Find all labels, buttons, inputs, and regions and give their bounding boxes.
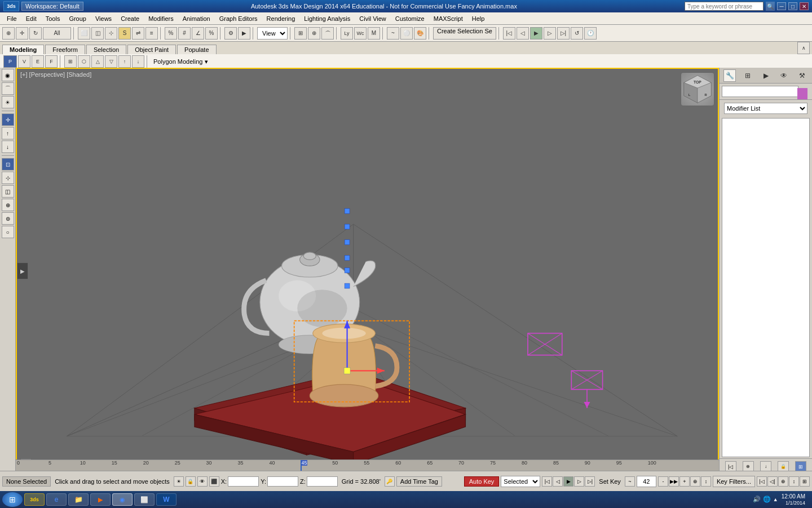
- percent-btn[interactable]: %: [165, 27, 177, 40]
- angle-snap-btn[interactable]: ∠: [192, 27, 204, 40]
- menu-maxscript[interactable]: MAXScript: [429, 14, 467, 23]
- taskbar-chrome[interactable]: ◉: [112, 493, 133, 506]
- anim-btn-3[interactable]: ⊕: [778, 476, 788, 487]
- lt-tool-4[interactable]: ⊕: [2, 199, 14, 211]
- lt-tool-5[interactable]: ⊚: [2, 212, 14, 225]
- maximize-button[interactable]: □: [788, 2, 797, 10]
- move-tool-btn[interactable]: ✛: [16, 27, 28, 40]
- taskbar-word[interactable]: W: [156, 493, 176, 506]
- tab-selection[interactable]: Selection: [86, 45, 126, 54]
- modifier-search-btn[interactable]: [797, 88, 807, 99]
- anim-btn-5[interactable]: ⊞: [800, 476, 810, 487]
- tab-object-paint[interactable]: Object Paint: [127, 45, 176, 54]
- num-snap-btn[interactable]: #: [178, 27, 191, 40]
- object-prop-btn[interactable]: ⬛: [209, 476, 219, 487]
- y-input[interactable]: [267, 476, 298, 487]
- last-frame-btn[interactable]: ▷|: [557, 27, 570, 40]
- lt-tool-2[interactable]: ⊹: [2, 172, 14, 184]
- snap-toggle-btn[interactable]: S: [118, 27, 131, 40]
- create-selection-btn[interactable]: Create Selection Se: [433, 27, 496, 40]
- menu-tools[interactable]: Tools: [41, 14, 65, 23]
- lt-arrow-up[interactable]: ↑: [2, 127, 14, 139]
- menu-graph-editors[interactable]: Graph Editors: [215, 14, 262, 23]
- mirror-btn[interactable]: ⇌: [132, 27, 144, 40]
- schematic-btn[interactable]: ⚪: [400, 27, 413, 40]
- viewport-play-btn[interactable]: ▶: [17, 262, 28, 279]
- selected-dropdown[interactable]: Selected: [501, 476, 540, 487]
- menu-animation[interactable]: Animation: [178, 14, 215, 23]
- lt-select-btn[interactable]: ⊡: [2, 158, 14, 170]
- tab-modeling[interactable]: Modeling: [2, 45, 44, 54]
- polygon-mode-btn[interactable]: P: [3, 55, 17, 68]
- rp-tab-display[interactable]: 👁: [778, 69, 790, 82]
- graph-editor-btn[interactable]: ~: [387, 27, 399, 40]
- lights-icon-btn[interactable]: ☀: [174, 476, 184, 487]
- key-icon-btn[interactable]: 🔑: [385, 476, 395, 487]
- layer-btn[interactable]: Ly: [341, 27, 353, 40]
- rp-tab-modify[interactable]: 🔧: [723, 69, 736, 82]
- menu-customize[interactable]: Customize: [391, 14, 429, 23]
- align-btn[interactable]: ≡: [145, 27, 158, 40]
- pb-play-btn[interactable]: ▶: [563, 476, 573, 487]
- pb-first-btn[interactable]: |◁: [542, 476, 552, 487]
- tray-icon-3[interactable]: ▲: [773, 497, 778, 502]
- pb-move-btn[interactable]: ↕: [701, 476, 711, 487]
- key-filters-btn[interactable]: Key Filters...: [713, 476, 755, 487]
- timeline-track[interactable]: 0 5 10 15 20 25 30 35 40 45 50 55 60 65 …: [16, 459, 719, 471]
- start-button[interactable]: ⊞: [2, 492, 23, 507]
- auto-key-btn[interactable]: Auto Key: [464, 476, 500, 487]
- pb-extra-btn[interactable]: ⊕: [690, 476, 700, 487]
- viewport-nav[interactable]: TOP L R: [681, 72, 714, 106]
- rotate-tool-btn[interactable]: ↻: [29, 27, 42, 40]
- lock-icon-btn[interactable]: 🔒: [186, 476, 196, 487]
- menu-edit[interactable]: Edit: [21, 14, 41, 23]
- pb-minus-btn[interactable]: -: [658, 476, 668, 487]
- ribbon-arrow-down[interactable]: ↓: [132, 55, 144, 68]
- menu-civil-view[interactable]: Civil View: [355, 14, 390, 23]
- next-frame-btn[interactable]: ▷: [544, 27, 556, 40]
- rp-tab-motion[interactable]: ▶: [760, 69, 772, 82]
- view-dropdown[interactable]: View: [257, 27, 288, 40]
- tab-freeform[interactable]: Freeform: [45, 45, 85, 54]
- taskbar-explorer[interactable]: 📁: [68, 493, 89, 506]
- x-input[interactable]: [228, 476, 259, 487]
- modifier-search-input[interactable]: [722, 86, 798, 97]
- tab-populate[interactable]: Populate: [177, 45, 216, 54]
- pb-next-btn[interactable]: ▷: [574, 476, 584, 487]
- face-mode-btn[interactable]: F: [45, 55, 58, 68]
- create-geometry-btn[interactable]: ◉: [2, 69, 14, 81]
- taskbar-media[interactable]: ▶: [90, 493, 111, 506]
- ribbon-tool-1[interactable]: ⊞: [64, 55, 77, 68]
- menu-views[interactable]: Views: [91, 14, 116, 23]
- material-btn[interactable]: M: [368, 27, 380, 40]
- lt-tool-3[interactable]: ◫: [2, 185, 14, 198]
- transform-gizmo-btn[interactable]: ⊞: [294, 27, 307, 40]
- menu-rendering[interactable]: Rendering: [262, 14, 300, 23]
- ribbon-collapse-btn[interactable]: ∧: [797, 42, 810, 54]
- z-input[interactable]: [307, 476, 338, 487]
- color-clipboard-btn[interactable]: 🎨: [414, 27, 426, 40]
- pb-speed-btn[interactable]: ▶▶: [669, 476, 679, 487]
- pb-prev-btn[interactable]: ◁: [553, 476, 563, 487]
- window-cross-btn[interactable]: ◫: [91, 27, 104, 40]
- vertex-mode-btn[interactable]: V: [18, 55, 30, 68]
- viewport[interactable]: [+] [Perspective] [Shaded] TOP L R: [16, 68, 719, 474]
- title-search-input[interactable]: [685, 2, 764, 11]
- key-curve-btn[interactable]: ~: [625, 476, 635, 487]
- rp-tab-utilities[interactable]: ⚒: [796, 69, 808, 82]
- menu-modifiers[interactable]: Modifiers: [144, 14, 178, 23]
- anim-btn-2[interactable]: ◁|: [767, 476, 778, 487]
- menu-lighting-analysis[interactable]: Lighting Analysis: [299, 14, 355, 23]
- add-time-tag-btn[interactable]: Add Time Tag: [396, 476, 442, 487]
- select-move-btn[interactable]: ⊹: [105, 27, 117, 40]
- ribbon-tool-3[interactable]: △: [91, 55, 104, 68]
- lt-tool-6[interactable]: ○: [2, 226, 14, 238]
- menu-file[interactable]: File: [2, 14, 21, 23]
- taskbar-ie[interactable]: e: [46, 493, 67, 506]
- pb-last-btn[interactable]: ▷|: [585, 476, 595, 487]
- rp-tab-hierarchy[interactable]: ⊞: [742, 69, 754, 82]
- minimize-button[interactable]: ─: [777, 2, 786, 10]
- play-stop-btn[interactable]: ▶: [530, 27, 542, 40]
- select-tool-btn[interactable]: ⊕: [2, 27, 15, 40]
- anim-btn-4[interactable]: ↕: [789, 476, 799, 487]
